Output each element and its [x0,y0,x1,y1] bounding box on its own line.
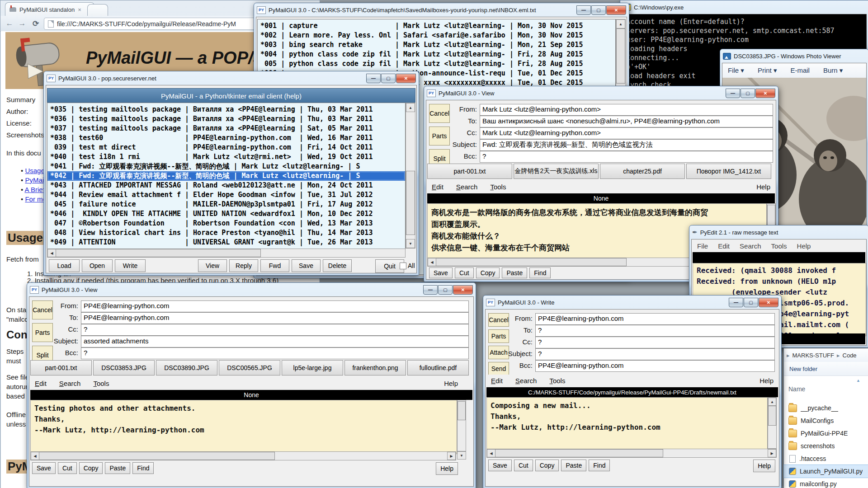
list-button[interactable]: View [198,259,227,272]
menu-item[interactable]: Edit [491,377,503,385]
side-button[interactable]: Send [488,362,509,375]
menu-item[interactable]: File [697,242,708,250]
minimize-icon[interactable] [423,285,438,295]
field-value[interactable]: Mark Lutz <lutz@learning-python.com> [480,127,773,139]
maximize-icon[interactable] [381,74,396,83]
main-hscrollbar[interactable] [47,249,406,258]
scroll-right-icon[interactable] [768,449,776,457]
attachment-button[interactable]: DSC00565.JPG [219,360,280,375]
list-button[interactable]: Open [82,259,113,272]
explorer-item[interactable]: mailconfig.py [784,478,868,488]
side-button[interactable]: Attach [488,346,509,359]
mail-list-row[interactable]: *046 | KINDLY OPEN THE ATTACHME | UNITED… [47,209,405,219]
field-value[interactable]: ? [81,347,469,359]
edit-button[interactable]: Cut [514,460,533,471]
explorer-item[interactable]: Launch_PyMailGUI.py [784,465,868,478]
scroll-up-icon[interactable] [768,398,776,406]
new-folder-button[interactable]: New folder [789,366,817,372]
mail-list-row[interactable]: 005 | python class code zip fil | Mark L… [258,59,615,69]
field-value[interactable]: ? [535,337,775,348]
minimize-icon[interactable] [726,89,740,98]
attachment-button[interactable]: fulloutline.pdf [407,360,469,375]
mail-list-row[interactable]: *040 | test i18n 1 rmi | Mark Lutz <lutz… [47,152,405,162]
menu-help[interactable]: Help [444,377,458,389]
list-button[interactable]: Reply [229,259,258,272]
photo-menu-item[interactable]: Burn ▾ [823,66,843,75]
list-button[interactable]: Write [115,259,146,272]
view-top-titlebar[interactable]: PyMailGUI 3.0 - View [424,86,778,100]
side-button[interactable]: Cancel [429,104,450,123]
maximize-icon[interactable] [591,5,606,15]
view-bottom-vscrollbar[interactable] [457,400,466,451]
edit-button[interactable]: Cut [455,267,474,278]
view-bottom-body[interactable]: Testing photos and other attachments.Tha… [30,400,457,454]
scroll-left-icon[interactable] [487,449,495,457]
edit-button[interactable]: Find [132,462,154,474]
photo-menu-item[interactable]: Print ▾ [758,66,777,75]
edit-button[interactable]: Copy [476,267,500,278]
minimize-icon[interactable] [729,298,743,307]
menu-item[interactable]: Tools [549,377,565,385]
explorer-item[interactable]: PyMailGui-PP4E [784,427,868,440]
mail-list-row[interactable]: *036 | testing mailtools package | Витал… [47,114,405,124]
edit-button[interactable]: Save [429,267,453,278]
scroll-up-icon[interactable] [406,103,415,112]
main-vscrollbar[interactable] [406,103,415,249]
field-value[interactable]: PP4E@learning-python.com [535,313,775,325]
attachment-button[interactable]: part-001.txt [30,360,92,375]
menu-item[interactable]: Edit [432,183,443,191]
scroll-up-icon[interactable] [616,19,625,28]
edit-button[interactable]: Paste [561,460,586,471]
edit-button[interactable]: Save [488,460,512,471]
attachment-button[interactable]: DSC03853.JPG [93,360,155,375]
list-button[interactable]: Fwd [260,259,289,272]
edit-button[interactable]: Find [589,460,610,471]
mail-list-row[interactable]: *041 | Fwd: 立即观看泰克演讲视频--新型、简明的色域 | Mark … [47,162,405,171]
reload-icon[interactable]: ⟳ [30,18,41,29]
attachment-button[interactable]: part-001.txt [427,164,512,179]
name-column-header[interactable]: Name [788,385,805,393]
help-button[interactable]: Help [436,462,458,475]
pyedit-titlebar[interactable]: PyEdit 2.1 - raw message text [689,225,868,239]
side-button[interactable]: Parts [429,127,450,145]
mail-list-row[interactable]: 048 | View historical chart ins | Horace… [47,228,405,238]
edit-button[interactable]: Cut [58,462,77,474]
field-value[interactable]: ? [81,324,469,336]
scroll-left-icon[interactable] [47,249,56,257]
field-value[interactable]: ? [480,151,773,163]
menu-item[interactable]: Tools [93,380,109,387]
menu-item[interactable]: Search [456,183,478,191]
menu-item[interactable]: Tools [490,183,506,191]
field-value[interactable]: PP4E@learning-python.com [81,312,469,324]
main-titlebar[interactable]: PyMailGUI 3.0 - pop.secureserver.net [44,71,419,85]
breadcrumb-item[interactable]: MARKS-STUFF [784,352,834,359]
menu-help[interactable]: Help [756,181,770,192]
mail-list-row[interactable]: *043 | ATTACHED IMPORTANT MESSAG | Rolan… [47,181,405,190]
attachment-button[interactable]: lp5e-large.jpg [282,360,343,375]
sort-arrow-icon[interactable]: ▲ [856,378,860,383]
menu-item[interactable]: Edit [718,242,730,250]
mail-list-row[interactable]: *035 | testing mailtools package | Витал… [47,105,405,114]
scroll-down-icon[interactable] [406,239,415,248]
field-value[interactable]: ? [535,348,775,360]
side-button[interactable]: Parts [488,329,509,343]
mail-list-row[interactable]: 047 | ©Robertson Foundation | Robertson … [47,219,405,228]
scroll-left-icon[interactable] [31,452,39,460]
mail-list-row[interactable]: *044 | Review email attachment f | Elder… [47,190,405,200]
breadcrumb-item[interactable]: Code [834,352,857,359]
toc-link-brief[interactable]: • A Brief [21,186,45,193]
close-icon[interactable] [755,89,775,98]
scroll-down-icon[interactable] [457,451,466,460]
menu-item[interactable]: Tools [771,242,787,250]
forward-icon[interactable]: → [17,18,28,29]
mail-list-row[interactable]: *001 | capture | Mark Lutz <lutz@learnin… [258,21,615,31]
mail-list-row[interactable]: 039 | test mt direct | PP4E@learning-pyt… [47,143,405,152]
field-value[interactable]: PP4E@learning-python.com [81,300,469,312]
close-icon[interactable] [396,74,416,83]
edit-button[interactable]: Paste [502,267,527,278]
field-value[interactable]: Mark Lutz <lutz@learning-python.com> [480,104,773,116]
inbox-titlebar[interactable]: PyMailGUI 3.0 - C:\MARKS-STUFF\Code\imap… [254,3,629,17]
close-icon[interactable] [453,285,473,295]
mail-list-row[interactable]: *049 | ATTENTION | UNIVERSAL GRANT <ugra… [47,238,405,247]
list-button[interactable]: Save [292,259,321,272]
